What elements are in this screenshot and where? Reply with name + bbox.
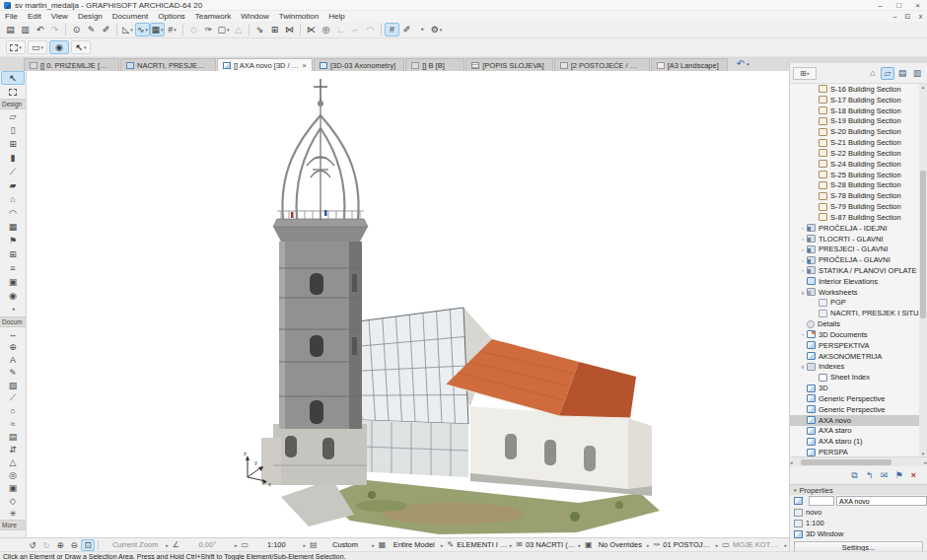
object-tool[interactable]: ▣ (0, 275, 26, 289)
tree-item[interactable]: PGP (790, 298, 919, 309)
menu-item[interactable]: Help (323, 12, 349, 21)
find-select[interactable]: ◎ (319, 23, 333, 36)
expand-arrow[interactable]: › (799, 257, 807, 263)
tree-item[interactable]: S-28 Building Section (790, 179, 919, 190)
tree-item[interactable]: › TLOCRTI - GLAVNI (790, 234, 919, 245)
orientation[interactable]: ∠ 0,00° (171, 540, 240, 549)
menu-item[interactable]: File (0, 12, 23, 21)
transfer-settings[interactable]: ✐ (99, 23, 113, 36)
tree-item[interactable]: S-18 Building Section (790, 105, 919, 116)
arc-tool[interactable]: ○ (0, 404, 26, 417)
pick-up-parameters[interactable]: ⊙ (69, 23, 84, 36)
inject-parameters[interactable]: ✎ (84, 23, 99, 36)
tree-item[interactable]: AXA staro (1) (790, 436, 919, 447)
tree-item[interactable]: S-87 Building Section (790, 212, 919, 223)
separator[interactable] (65, 24, 66, 35)
level-dimension-tool[interactable]: ⊕ (0, 340, 26, 353)
tree-item[interactable]: S-20 Building Section (790, 126, 919, 137)
intersect[interactable]: ⌐ (348, 23, 363, 36)
zoom-back[interactable]: ↺ (26, 540, 39, 550)
tree-item[interactable]: ∨ Worksheets (790, 287, 919, 298)
expand-arrow[interactable]: ∨ (799, 363, 807, 370)
fill-tool[interactable]: ▨ (0, 379, 26, 391)
delete[interactable]: × (906, 470, 921, 480)
document-tab[interactable]: [A3 Landscape] (651, 58, 728, 71)
expand-arrow[interactable]: › (799, 267, 807, 273)
tree-item[interactable]: › STATIKA / PLANOVI OPLATE (790, 265, 919, 276)
view-name-field[interactable] (836, 496, 927, 506)
arrow-tool-options[interactable]: ↖ (71, 40, 91, 54)
tree-item[interactable]: PERSPA (790, 447, 919, 456)
tree-item[interactable]: › 3D Documents (790, 329, 919, 340)
zoom-in[interactable]: ⊕ (53, 540, 67, 550)
gravity[interactable]: ◇ (186, 23, 201, 36)
zoom-out[interactable]: ⊖ (67, 540, 81, 550)
doc-close-button[interactable]: x (914, 11, 927, 22)
document-tab[interactable]: [] 0. PRIZEMLJE [0. PRIZEML... (24, 58, 119, 71)
tree-item[interactable]: PERSPEKTIVA (790, 340, 919, 351)
fillet[interactable]: ◠ (363, 23, 378, 36)
elevation-tool[interactable]: △ (0, 455, 26, 468)
tree-item[interactable]: AXA staro (790, 426, 919, 437)
adjust[interactable]: ∟ (333, 23, 348, 36)
snap-grid[interactable]: ▦ (150, 23, 165, 36)
document-tab[interactable]: [] B [B] (405, 58, 464, 71)
separator[interactable] (249, 24, 250, 35)
undo[interactable]: ↶ (33, 23, 47, 36)
expand-arrow[interactable]: › (799, 236, 807, 242)
marker-tool[interactable]: ✳ (0, 507, 26, 520)
tree-item[interactable]: 3D (790, 383, 919, 393)
tree-item[interactable]: S-22 Building Section (790, 148, 919, 159)
line-tool[interactable]: ⟋ (0, 391, 26, 404)
tree-item[interactable]: AKSONOMETRIJA (790, 351, 919, 362)
tree-item[interactable]: NACRTI, PRESJEK I SITUACIJA (790, 308, 919, 318)
change-marker-tool[interactable]: ◇ (0, 494, 26, 507)
zoom-preset[interactable]: Current Zoom (102, 540, 171, 549)
menu-item[interactable]: Document (107, 12, 153, 21)
text-tool[interactable]: A (0, 353, 26, 366)
drag[interactable]: ⇘ (252, 23, 267, 36)
beam-tool[interactable]: ⟋ (0, 165, 26, 178)
new-viewpoint[interactable]: ↰ (862, 470, 877, 480)
grid-display[interactable]: # (165, 23, 179, 36)
tree-vertical-scrollbar[interactable]: ▴▾ (919, 84, 927, 456)
tree-item[interactable]: › PROČELJA - GLAVNI (790, 254, 919, 265)
polyline-tool[interactable]: ≈ (0, 417, 26, 430)
render[interactable]: # (385, 23, 399, 36)
redo[interactable]: ↷ (47, 23, 62, 36)
save[interactable]: ▤ (3, 23, 18, 36)
orbit[interactable]: ◉ (49, 40, 69, 54)
tree-item[interactable]: S-17 Building Section (790, 95, 919, 105)
mesh-tool[interactable]: ▦ (0, 220, 26, 234)
menu-item[interactable]: Teamwork (190, 12, 236, 21)
zoom-forward[interactable]: ↻ (39, 540, 53, 550)
expand-arrow[interactable]: › (799, 225, 807, 231)
guide-lines[interactable]: ◺ (120, 23, 135, 36)
menu-item[interactable]: View (46, 12, 73, 21)
selection-options[interactable]: ▭ (28, 40, 47, 54)
tree-item[interactable]: ∨ Indexes (790, 362, 919, 373)
layout-book[interactable]: ▤ (895, 67, 909, 80)
slab-tool[interactable]: ▰ (0, 178, 26, 192)
element-snap[interactable]: ▢ (216, 23, 231, 36)
separator[interactable] (182, 24, 183, 35)
layer-combination[interactable]: ✉ 03 NACRTI (IP) (514, 540, 583, 549)
close-button[interactable]: × (908, 0, 927, 11)
menu-item[interactable]: Twinmotion (274, 12, 323, 21)
tab-history-button[interactable]: ↶ (737, 58, 749, 69)
tree-item[interactable]: Interior Elevations (790, 276, 919, 287)
tree-item[interactable]: Details (790, 318, 919, 329)
shadows[interactable]: ◔ (414, 23, 429, 36)
marquee-options[interactable] (6, 40, 26, 54)
minimize-button[interactable]: – (871, 0, 890, 11)
document-tab[interactable]: [3D-03 Axonometry] (314, 58, 404, 71)
menu-item[interactable]: Window (236, 12, 273, 21)
stair-tool[interactable]: ≡ (0, 261, 26, 275)
view-map[interactable]: ▱ (881, 67, 894, 80)
menu-item[interactable]: Options (153, 12, 190, 21)
tree-item[interactable]: Generic Perspective (790, 393, 919, 404)
detail-tool[interactable]: ◎ (0, 468, 26, 481)
tree-horizontal-scrollbar[interactable]: ◂▸ (790, 456, 927, 466)
dimension-style[interactable]: ▭ MOJE KOTE - ZA S... (720, 540, 789, 549)
opening-tool[interactable]: ◔ (0, 303, 26, 316)
